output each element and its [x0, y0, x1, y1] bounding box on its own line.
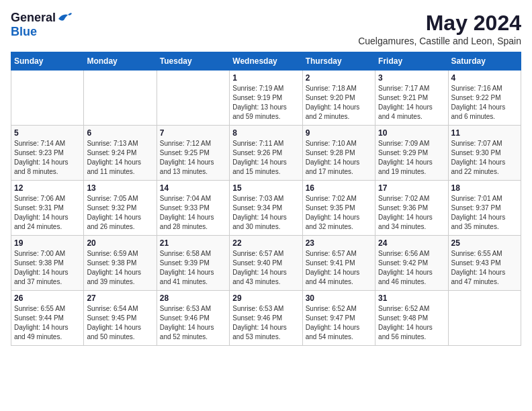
day-number: 29: [232, 293, 299, 303]
day-info: Sunrise: 6:52 AM Sunset: 9:47 PM Dayligh…: [306, 304, 372, 342]
calendar-cell: 21Sunrise: 6:58 AM Sunset: 9:39 PM Dayli…: [157, 236, 229, 291]
day-info: Sunrise: 6:55 AM Sunset: 9:43 PM Dayligh…: [451, 249, 518, 287]
day-info: Sunrise: 7:18 AM Sunset: 9:20 PM Dayligh…: [306, 84, 372, 122]
day-number: 24: [378, 238, 445, 248]
day-number: 26: [14, 293, 81, 303]
calendar-cell: 13Sunrise: 7:05 AM Sunset: 9:32 PM Dayli…: [84, 181, 157, 236]
calendar-cell: [157, 71, 229, 126]
day-info: Sunrise: 6:54 AM Sunset: 9:45 PM Dayligh…: [87, 304, 153, 342]
calendar-cell: 5Sunrise: 7:14 AM Sunset: 9:23 PM Daylig…: [11, 126, 84, 181]
day-info: Sunrise: 6:56 AM Sunset: 9:42 PM Dayligh…: [378, 249, 445, 287]
weekday-header-sunday: Sunday: [11, 52, 84, 71]
day-info: Sunrise: 6:52 AM Sunset: 9:48 PM Dayligh…: [378, 304, 445, 342]
calendar-cell: 10Sunrise: 7:09 AM Sunset: 9:29 PM Dayli…: [375, 126, 448, 181]
day-number: 19: [14, 238, 81, 248]
day-info: Sunrise: 7:11 AM Sunset: 9:26 PM Dayligh…: [232, 139, 299, 177]
calendar-cell: 23Sunrise: 6:57 AM Sunset: 9:41 PM Dayli…: [302, 236, 375, 291]
day-number: 27: [87, 293, 153, 303]
day-info: Sunrise: 7:01 AM Sunset: 9:37 PM Dayligh…: [451, 194, 518, 232]
calendar-week-5: 26Sunrise: 6:55 AM Sunset: 9:44 PM Dayli…: [11, 291, 521, 346]
day-info: Sunrise: 7:07 AM Sunset: 9:30 PM Dayligh…: [451, 139, 518, 177]
calendar-cell: 3Sunrise: 7:17 AM Sunset: 9:21 PM Daylig…: [375, 71, 448, 126]
calendar-week-4: 19Sunrise: 7:00 AM Sunset: 9:38 PM Dayli…: [11, 236, 521, 291]
day-info: Sunrise: 7:17 AM Sunset: 9:21 PM Dayligh…: [378, 84, 445, 122]
day-number: 15: [232, 183, 299, 193]
calendar-week-3: 12Sunrise: 7:06 AM Sunset: 9:31 PM Dayli…: [11, 181, 521, 236]
day-number: 28: [160, 293, 226, 303]
day-number: 1: [232, 73, 299, 83]
day-number: 2: [306, 73, 372, 83]
calendar-cell: 22Sunrise: 6:57 AM Sunset: 9:40 PM Dayli…: [230, 236, 302, 291]
calendar-cell: 18Sunrise: 7:01 AM Sunset: 9:37 PM Dayli…: [448, 181, 521, 236]
day-info: Sunrise: 7:00 AM Sunset: 9:38 PM Dayligh…: [14, 249, 81, 287]
day-info: Sunrise: 6:55 AM Sunset: 9:44 PM Dayligh…: [14, 304, 81, 342]
calendar-cell: 31Sunrise: 6:52 AM Sunset: 9:48 PM Dayli…: [375, 291, 448, 346]
day-info: Sunrise: 6:57 AM Sunset: 9:40 PM Dayligh…: [232, 249, 299, 287]
day-info: Sunrise: 6:57 AM Sunset: 9:41 PM Dayligh…: [306, 249, 372, 287]
day-number: 13: [87, 183, 153, 193]
calendar-cell: 28Sunrise: 6:53 AM Sunset: 9:46 PM Dayli…: [157, 291, 229, 346]
title-area: May 2024 Cuelgamures, Castille and Leon,…: [358, 11, 521, 46]
day-number: 25: [451, 238, 518, 248]
calendar-cell: 17Sunrise: 7:02 AM Sunset: 9:36 PM Dayli…: [375, 181, 448, 236]
day-number: 3: [378, 73, 445, 83]
day-info: Sunrise: 7:02 AM Sunset: 9:36 PM Dayligh…: [378, 194, 445, 232]
calendar-cell: 29Sunrise: 6:53 AM Sunset: 9:46 PM Dayli…: [230, 291, 302, 346]
day-info: Sunrise: 7:09 AM Sunset: 9:29 PM Dayligh…: [378, 139, 445, 177]
day-number: 23: [306, 238, 372, 248]
day-info: Sunrise: 7:02 AM Sunset: 9:35 PM Dayligh…: [306, 194, 372, 232]
day-number: 22: [232, 238, 299, 248]
day-info: Sunrise: 7:03 AM Sunset: 9:34 PM Dayligh…: [232, 194, 299, 232]
calendar-cell: 24Sunrise: 6:56 AM Sunset: 9:42 PM Dayli…: [375, 236, 448, 291]
page-header: General Blue May 2024 Cuelgamures, Casti…: [11, 11, 521, 46]
day-info: Sunrise: 6:59 AM Sunset: 9:38 PM Dayligh…: [87, 249, 153, 287]
logo-general-text: General: [11, 11, 56, 25]
calendar-cell: 27Sunrise: 6:54 AM Sunset: 9:45 PM Dayli…: [84, 291, 157, 346]
weekday-header-row: SundayMondayTuesdayWednesdayThursdayFrid…: [11, 52, 521, 71]
day-info: Sunrise: 6:53 AM Sunset: 9:46 PM Dayligh…: [160, 304, 226, 342]
calendar-cell: 25Sunrise: 6:55 AM Sunset: 9:43 PM Dayli…: [448, 236, 521, 291]
day-number: 4: [451, 73, 518, 83]
calendar-week-1: 1Sunrise: 7:19 AM Sunset: 9:19 PM Daylig…: [11, 71, 521, 126]
weekday-header-monday: Monday: [84, 52, 157, 71]
calendar-cell: 11Sunrise: 7:07 AM Sunset: 9:30 PM Dayli…: [448, 126, 521, 181]
day-number: 20: [87, 238, 153, 248]
calendar-cell: 6Sunrise: 7:13 AM Sunset: 9:24 PM Daylig…: [84, 126, 157, 181]
calendar-cell: 14Sunrise: 7:04 AM Sunset: 9:33 PM Dayli…: [157, 181, 229, 236]
day-number: 16: [306, 183, 372, 193]
weekday-header-tuesday: Tuesday: [157, 52, 229, 71]
calendar-cell: [448, 291, 521, 346]
weekday-header-saturday: Saturday: [448, 52, 521, 71]
day-info: Sunrise: 7:10 AM Sunset: 9:28 PM Dayligh…: [306, 139, 372, 177]
day-number: 14: [160, 183, 226, 193]
logo-bird-icon: [57, 12, 72, 24]
calendar-cell: 15Sunrise: 7:03 AM Sunset: 9:34 PM Dayli…: [230, 181, 302, 236]
day-number: 7: [160, 128, 226, 138]
day-info: Sunrise: 7:06 AM Sunset: 9:31 PM Dayligh…: [14, 194, 81, 232]
day-number: 8: [232, 128, 299, 138]
calendar-cell: 1Sunrise: 7:19 AM Sunset: 9:19 PM Daylig…: [230, 71, 302, 126]
day-number: 17: [378, 183, 445, 193]
calendar-cell: 20Sunrise: 6:59 AM Sunset: 9:38 PM Dayli…: [84, 236, 157, 291]
day-number: 11: [451, 128, 518, 138]
day-info: Sunrise: 6:53 AM Sunset: 9:46 PM Dayligh…: [232, 304, 299, 342]
weekday-header-wednesday: Wednesday: [230, 52, 302, 71]
calendar-cell: 19Sunrise: 7:00 AM Sunset: 9:38 PM Dayli…: [11, 236, 84, 291]
day-number: 31: [378, 293, 445, 303]
calendar-cell: 2Sunrise: 7:18 AM Sunset: 9:20 PM Daylig…: [302, 71, 375, 126]
logo: General Blue: [11, 11, 72, 39]
calendar-cell: 4Sunrise: 7:16 AM Sunset: 9:22 PM Daylig…: [448, 71, 521, 126]
day-number: 5: [14, 128, 81, 138]
calendar-cell: 8Sunrise: 7:11 AM Sunset: 9:26 PM Daylig…: [230, 126, 302, 181]
day-number: 18: [451, 183, 518, 193]
calendar-cell: [11, 71, 84, 126]
calendar-cell: 26Sunrise: 6:55 AM Sunset: 9:44 PM Dayli…: [11, 291, 84, 346]
day-info: Sunrise: 7:19 AM Sunset: 9:19 PM Dayligh…: [232, 84, 299, 122]
day-number: 30: [306, 293, 372, 303]
day-info: Sunrise: 7:05 AM Sunset: 9:32 PM Dayligh…: [87, 194, 153, 232]
day-info: Sunrise: 7:14 AM Sunset: 9:23 PM Dayligh…: [14, 139, 81, 177]
calendar-cell: 7Sunrise: 7:12 AM Sunset: 9:25 PM Daylig…: [157, 126, 229, 181]
day-number: 21: [160, 238, 226, 248]
subtitle: Cuelgamures, Castille and Leon, Spain: [358, 36, 521, 46]
logo-blue-text: Blue: [11, 25, 72, 39]
